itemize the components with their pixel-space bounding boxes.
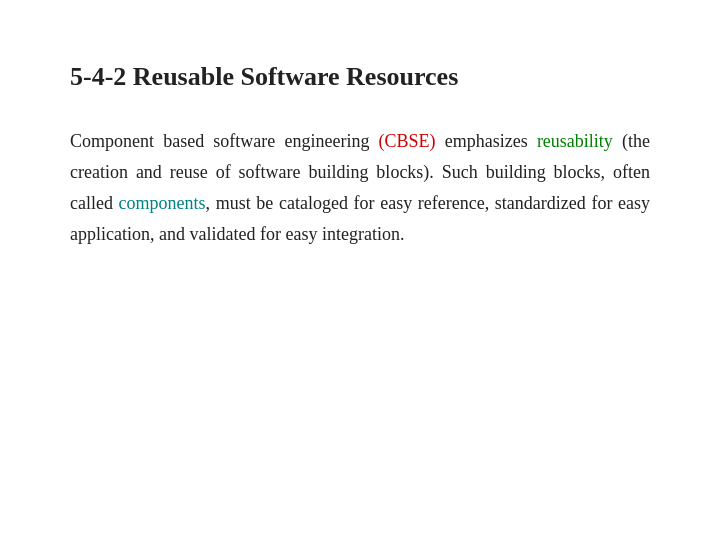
slide-title: 5-4-2 Reusable Software Resources: [70, 60, 650, 94]
body-text-part2: emphasizes: [436, 131, 537, 151]
cbse-text: (CBSE): [379, 131, 436, 151]
slide-container: 5-4-2 Reusable Software Resources Compon…: [0, 0, 720, 540]
body-text-part1: Component based software engineering: [70, 131, 379, 151]
components-text: components: [119, 193, 206, 213]
slide-body: Component based software engineering (CB…: [70, 126, 650, 250]
reusability-text: reusability: [537, 131, 613, 151]
